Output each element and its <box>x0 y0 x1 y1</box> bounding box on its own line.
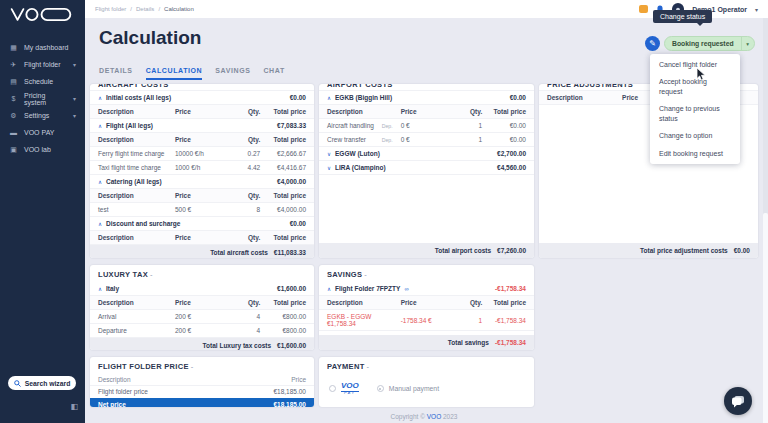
group-eggw[interactable]: ∨ EGGW (Luton) €2,700.00 <box>319 147 534 161</box>
group-lira[interactable]: ∨ LIRA (Ciampino) €4,560.00 <box>319 161 534 175</box>
status-dropdown-menu: Cancel flight folder Accept booking requ… <box>650 54 740 164</box>
column-headers: Description Price Qty. Total price <box>90 231 314 245</box>
manual-payment-label: Manual payment <box>389 385 439 392</box>
sidebar-item-pricing-system[interactable]: $ Pricing system ▾ <box>0 90 85 107</box>
pencil-icon: ✎ <box>649 39 656 48</box>
breadcrumb-flight-folder[interactable]: Flight folder <box>95 6 126 12</box>
messages-icon[interactable] <box>639 5 648 13</box>
voopay-radio[interactable] <box>329 385 336 392</box>
chevron-up-icon: ∧ <box>98 179 102 185</box>
payment-option-manual[interactable]: Manual payment <box>377 385 439 392</box>
sidebar-item-label: VOO lab <box>24 146 51 153</box>
column-headers: Description Price Qty. Total price <box>90 189 314 203</box>
group-discount-surcharge[interactable]: ∧ Discount and surcharge €0.00 <box>90 217 314 231</box>
group-initial-costs[interactable]: ∧ Initial costs (All legs) €0.00 <box>90 91 314 105</box>
tab-savings[interactable]: SAVINGS <box>215 67 250 80</box>
status-split-button[interactable]: Booking requested ▾ <box>664 36 755 51</box>
breadcrumb: Flight folder / Details / Calculation <box>95 6 194 12</box>
aircraft-costs-card: AIRCRAFT COSTS ∧ Initial costs (All legs… <box>90 84 314 258</box>
collapse-icon[interactable]: - <box>367 362 370 371</box>
chevron-up-icon: ∧ <box>327 95 331 101</box>
sidebar: ▦ My dashboard ✈ Flight folder ▾ ▤ Sched… <box>0 0 85 423</box>
wrench-icon: ⚙ <box>9 112 18 120</box>
footer-brand-link[interactable]: VOO <box>427 413 441 420</box>
lab-icon: ▣ <box>9 146 18 154</box>
mouse-cursor-icon <box>696 68 707 81</box>
sidebar-item-schedule[interactable]: ▤ Schedule <box>0 73 85 90</box>
table-row: test 500 € 8 €4,000.00 <box>90 203 314 217</box>
luxury-tax-total: Total Luxury tax costs €1,600.00 <box>90 338 314 350</box>
tab-chat[interactable]: CHAT <box>263 67 284 80</box>
page-title: Calculation <box>99 27 201 49</box>
collapse-icon[interactable]: - <box>191 362 194 371</box>
collapse-icon[interactable]: - <box>364 270 367 279</box>
table-row: Ferry flight time charge 10000 €/h 0.27 … <box>90 147 314 161</box>
search-wizard-button[interactable]: Search wizard <box>8 376 76 390</box>
sidebar-item-label: Schedule <box>24 78 53 85</box>
sidebar-item-settings[interactable]: ⚙ Settings ▾ <box>0 107 85 124</box>
search-wizard-label: Search wizard <box>25 380 71 387</box>
chevron-down-icon: ∨ <box>327 151 331 157</box>
chevron-down-icon[interactable]: ▾ <box>755 6 758 13</box>
savings-title: SAVINGS- <box>319 265 534 282</box>
chevron-up-icon: ∧ <box>98 123 102 129</box>
airport-costs-header: AIRPORT COSTS <box>319 84 534 91</box>
table-row: Departure 200 € 4 €800.00 <box>90 324 314 338</box>
sidebar-item-label: Pricing system <box>24 92 67 106</box>
net-price-row: Net price €18,185.00 <box>90 398 314 407</box>
collapse-icon[interactable]: - <box>150 270 153 279</box>
table-row: Arrival 200 € 4 €800.00 <box>90 310 314 324</box>
menu-item-change-to-option[interactable]: Change to option <box>650 127 740 144</box>
menu-item-change-to-previous-status[interactable]: Change to previous status <box>650 100 740 127</box>
sidebar-item-flight-folder[interactable]: ✈ Flight folder ▾ <box>0 56 85 73</box>
group-flight-folder-7fpzty[interactable]: ∧ Flight Folder 7FPZTY ∞ -€1,758.34 <box>319 282 534 296</box>
sidebar-item-my-dashboard[interactable]: ▦ My dashboard <box>0 39 85 56</box>
voopay-logo: VOO PAY <box>341 382 359 396</box>
column-headers: Description Price Qty. Total price <box>90 105 314 119</box>
manual-payment-radio[interactable] <box>377 385 384 392</box>
table-row: Flight folder price €18,185.00 <box>90 386 314 397</box>
table-row: Aircraft handling Dep. 0 € 1 €0.00 <box>319 119 534 133</box>
sidebar-collapse-icon[interactable]: ◧ <box>70 402 78 411</box>
chevron-down-icon: ▾ <box>73 112 76 119</box>
chevron-up-icon: ∧ <box>98 95 102 101</box>
chat-widget-button[interactable] <box>724 387 752 415</box>
payment-option-voopay[interactable]: VOO PAY <box>329 382 359 396</box>
group-egkb[interactable]: ∧ EGKB (Biggin Hill) €0.00 <box>319 91 534 105</box>
change-status-tooltip: Change status <box>653 10 712 23</box>
sidebar-item-voo-lab[interactable]: ▣ VOO lab <box>0 141 85 158</box>
voo-logo <box>9 6 85 27</box>
breadcrumb-details[interactable]: Details <box>136 6 154 12</box>
column-headers: Description Price Qty. Total price <box>90 296 314 310</box>
price-adjustments-total: Total price adjustment costs €0.00 <box>539 243 758 258</box>
aircraft-costs-total: Total aircraft costs €11,083.33 <box>90 245 314 258</box>
group-flight[interactable]: ∧ Flight (All legs) €7,083.33 <box>90 119 314 133</box>
chevron-up-icon: ∧ <box>98 221 102 227</box>
chevron-up-icon: ∧ <box>327 286 331 292</box>
dashboard-icon: ▦ <box>9 44 18 52</box>
status-caret-section[interactable]: ▾ <box>741 37 754 50</box>
menu-item-accept-booking-request[interactable]: Accept booking request <box>650 73 740 100</box>
aircraft-costs-header: AIRCRAFT COSTS <box>90 84 314 91</box>
column-headers: Description Price Qty. Total price <box>319 296 534 310</box>
tab-bar: DETAILS CALCULATION SAVINGS CHAT <box>99 67 285 80</box>
edit-button[interactable]: ✎ <box>645 36 660 51</box>
savings-total: Total savings -€1,758.34 <box>319 335 534 350</box>
scrollbar-thumb[interactable] <box>763 213 768 423</box>
sidebar-item-label: Flight folder <box>24 61 61 68</box>
departure-tag: Dep. <box>382 137 397 143</box>
tab-details[interactable]: DETAILS <box>99 67 133 80</box>
group-italy[interactable]: ∧ Italy €1,600.00 <box>90 282 314 296</box>
link-icon[interactable]: ∞ <box>404 286 408 292</box>
savings-card: SAVINGS- ∧ Flight Folder 7FPZTY ∞ -€1,75… <box>319 265 534 350</box>
page-scrollbar[interactable] <box>763 18 768 423</box>
plane-icon: ✈ <box>9 61 18 69</box>
table-row: Crew transfer Dep. 0 € 1 €0.00 <box>319 133 534 147</box>
chevron-down-icon: ∨ <box>327 165 331 171</box>
tab-calculation[interactable]: CALCULATION <box>146 67 203 80</box>
sidebar-item-voo-pay[interactable]: ▬ VOO PAY <box>0 124 85 141</box>
menu-item-cancel-flight-folder[interactable]: Cancel flight folder <box>650 56 740 73</box>
menu-item-edit-booking-request[interactable]: Edit booking request <box>650 145 740 162</box>
status-button-label[interactable]: Booking requested <box>665 37 741 50</box>
group-catering[interactable]: ∧ Catering (All legs) €4,000.00 <box>90 175 314 189</box>
